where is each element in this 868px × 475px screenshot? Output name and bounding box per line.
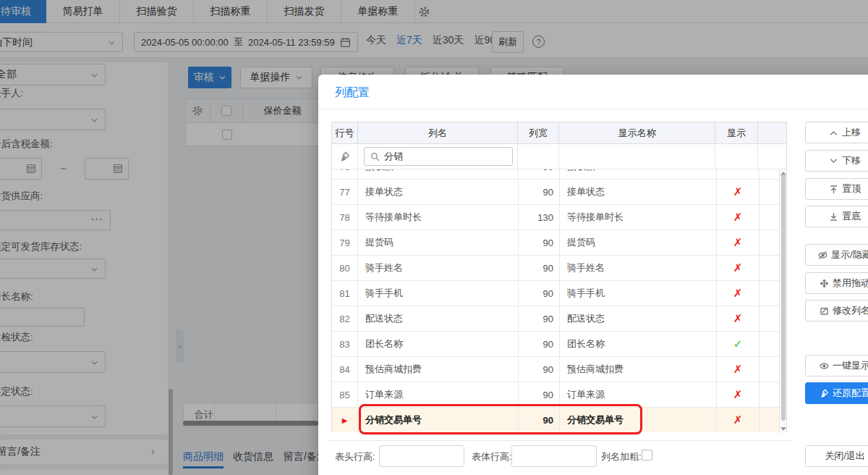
cell-filler <box>760 382 780 408</box>
bold-columns-checkbox[interactable] <box>642 450 652 461</box>
cell-row-number: 77 <box>332 180 358 205</box>
hidden-cross-icon[interactable]: ✗ <box>733 388 743 401</box>
hidden-cross-icon[interactable]: ✗ <box>733 413 743 426</box>
table-column-header: 列名 <box>358 122 518 143</box>
to-bottom-icon <box>829 212 838 222</box>
cell-shown-flag[interactable]: ✗ <box>717 357 760 382</box>
move-icon <box>820 279 829 288</box>
table-row[interactable]: 85订单来源90订单来源✗ <box>332 382 786 408</box>
shown-check-icon[interactable]: ✓ <box>733 337 743 350</box>
scroll-down-arrow[interactable] <box>780 427 786 431</box>
table-row[interactable]: 81骑手手机90骑手手机✗ <box>332 281 786 306</box>
header-row-height-input[interactable] <box>379 445 464 467</box>
cell-column-name: 接单状态 <box>358 180 519 205</box>
cell-shown-flag[interactable]: ✗ <box>717 230 760 256</box>
action-label: 修改列名 <box>833 304 868 317</box>
empty-cell <box>559 144 715 169</box>
cell-shown-flag[interactable]: ✗ <box>717 281 760 306</box>
action-禁用拖动[interactable]: 禁用拖动 <box>805 272 868 294</box>
cell-filler <box>760 357 780 382</box>
search-icon <box>370 152 380 161</box>
hidden-cross-icon[interactable]: ✗ <box>733 312 743 325</box>
table-row[interactable]: 84预估商城扣费90预估商城扣费✗ <box>332 357 786 382</box>
cell-column-name: 配送状态 <box>358 306 519 332</box>
scroll-thumb[interactable] <box>781 175 786 421</box>
cell-shown-flag[interactable]: ✓ <box>717 332 760 357</box>
table-header-row: 行号列名列宽显示名称显示 <box>332 122 786 144</box>
action-还原配置[interactable]: 还原配置 <box>805 382 868 404</box>
cell-filler <box>760 169 780 180</box>
cell-filler <box>760 205 780 230</box>
cell-column-name: 团长名称 <box>358 332 519 357</box>
table-column-header: 显示 <box>715 122 758 143</box>
cell-row-number: 83 <box>332 332 358 357</box>
action-修改列名[interactable]: 修改列名 <box>805 300 868 321</box>
action-label: 下移 <box>842 154 861 167</box>
cell-column-name: 预收款 <box>358 169 519 180</box>
empty-cell <box>758 144 786 169</box>
dialog-title: 列配置 <box>335 85 370 101</box>
cell-row-number: 79 <box>332 230 358 256</box>
table-body: 76预收款90预收款✓77接单状态90接单状态✗78等待接单时长130等待接单时… <box>332 169 786 432</box>
table-row[interactable]: 78等待接单时长130等待接单时长✗ <box>332 205 786 230</box>
table-row-highlighted[interactable]: ▶分销交易单号90分销交易单号✗ <box>332 408 786 432</box>
close-exit-button[interactable]: 关闭/退出 <box>805 445 868 467</box>
chevron-up-icon <box>829 128 838 138</box>
table-row[interactable]: 82配送状态90配送状态✗ <box>332 306 786 332</box>
table-row[interactable]: 83团长名称90团长名称✓ <box>332 332 786 357</box>
hidden-cross-icon[interactable]: ✗ <box>733 261 743 274</box>
body-row-height-input[interactable] <box>511 445 597 467</box>
cell-column-width: 90 <box>519 382 560 408</box>
brush-icon[interactable] <box>339 151 350 162</box>
column-search-input[interactable]: 分销 <box>364 147 513 166</box>
cell-shown-flag[interactable]: ✓ <box>717 169 760 180</box>
action-显示-隐藏[interactable]: 显示/隐藏 <box>805 244 868 266</box>
cell-column-name: 预估商城扣费 <box>358 357 519 382</box>
action-label: 置顶 <box>842 182 861 196</box>
action-上移[interactable]: 上移 <box>805 122 868 143</box>
cell-shown-flag[interactable]: ✗ <box>717 382 760 408</box>
table-row[interactable]: 77接单状态90接单状态✗ <box>332 180 786 205</box>
cell-column-name: 骑手手机 <box>358 281 519 306</box>
clear-filter-cell[interactable] <box>332 144 358 169</box>
table-row[interactable]: 80骑手姓名90骑手姓名✗ <box>332 256 786 281</box>
close-exit-label: 关闭/退出 <box>825 450 865 463</box>
cell-display-name: 等待接单时长 <box>560 205 717 230</box>
table-filter-row: 分销 <box>332 144 786 169</box>
shown-check-icon[interactable]: ✓ <box>733 169 743 173</box>
hidden-cross-icon[interactable]: ✗ <box>733 287 743 300</box>
table-vertical-scrollbar[interactable] <box>779 169 786 433</box>
cell-display-name: 预收款 <box>560 169 717 180</box>
cell-column-name: 订单来源 <box>358 382 519 408</box>
divider <box>318 109 868 109</box>
cell-filler <box>760 408 780 432</box>
table-row[interactable]: 79提货码90提货码✗ <box>332 230 786 256</box>
cell-row-number: 78 <box>332 205 358 230</box>
hidden-cross-icon[interactable]: ✗ <box>733 363 743 376</box>
cell-shown-flag[interactable]: ✗ <box>717 256 760 281</box>
hidden-cross-icon[interactable]: ✗ <box>733 236 743 249</box>
cell-filler <box>760 281 780 306</box>
eye-off-icon <box>818 251 827 260</box>
table-column-header: 显示名称 <box>559 122 715 143</box>
cell-column-width: 90 <box>519 281 560 306</box>
hidden-cross-icon[interactable]: ✗ <box>733 211 743 224</box>
table-column-header: 行号 <box>332 122 358 143</box>
cell-display-name: 接单状态 <box>560 180 717 205</box>
action-置顶[interactable]: 置顶 <box>805 178 868 200</box>
cell-shown-flag[interactable]: ✗ <box>717 180 760 205</box>
triangle-right-icon: ▶ <box>342 416 348 424</box>
cell-shown-flag[interactable]: ✗ <box>717 408 760 432</box>
cell-display-name: 分销交易单号 <box>560 408 717 432</box>
cell-shown-flag[interactable]: ✗ <box>717 306 760 332</box>
table-row[interactable]: 76预收款90预收款✓ <box>332 169 786 180</box>
cell-row-number: 84 <box>332 357 358 382</box>
action-置底[interactable]: 置底 <box>805 206 868 227</box>
empty-header-cell <box>758 122 786 143</box>
hidden-cross-icon[interactable]: ✗ <box>733 185 743 198</box>
action-一键显示[interactable]: 一键显示 <box>805 355 868 377</box>
cell-shown-flag[interactable]: ✗ <box>717 205 760 230</box>
cell-row-number: 81 <box>332 281 358 306</box>
action-下移[interactable]: 下移 <box>805 150 868 172</box>
cell-filler <box>760 256 780 281</box>
